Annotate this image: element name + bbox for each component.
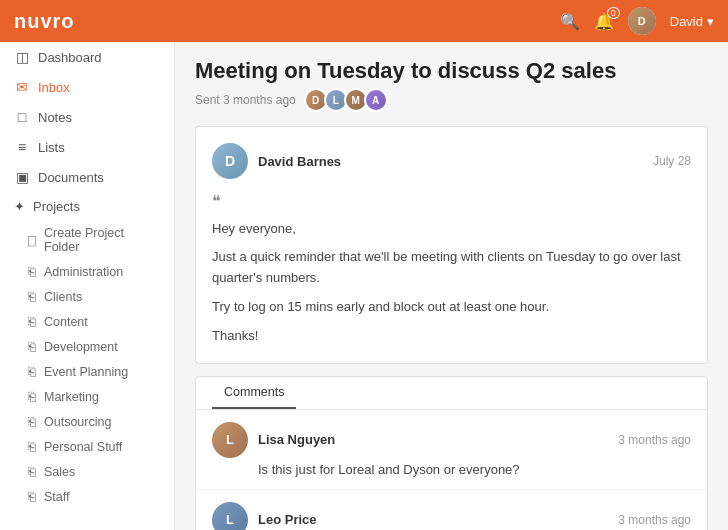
message-line1: Just a quick reminder that we'll be meet… [212,247,691,289]
documents-icon: ▣ [14,169,30,185]
folder-label: Sales [44,465,75,479]
folder-label: Staff [44,490,69,504]
sidebar: ◫ Dashboard ✉ Inbox □ Notes ≡ Lists ▣ Do… [0,42,175,530]
folder-label: Outsourcing [44,415,111,429]
author-avatar: D [212,143,248,179]
sidebar-item-lists[interactable]: ≡ Lists [0,132,174,162]
folder-label: Marketing [44,390,99,404]
tab-comments[interactable]: Comments [212,377,296,409]
folder-label: Administration [44,265,123,279]
sidebar-folder-staff[interactable]: ⎗ Staff [0,484,174,509]
sidebar-folder-event-planning[interactable]: ⎗ Event Planning [0,359,174,384]
sidebar-item-inbox[interactable]: ✉ Inbox [0,72,174,102]
notes-icon: □ [14,109,30,125]
comment-date: 3 months ago [618,513,691,527]
sidebar-folder-development[interactable]: ⎗ Development [0,334,174,359]
sidebar-item-dashboard[interactable]: ◫ Dashboard [0,42,174,72]
folder-label: Event Planning [44,365,128,379]
comments-section: Comments L Lisa Nguyen 3 months ago Is t… [195,376,708,530]
folder-icon: ⎗ [28,364,36,379]
quote-icon: ❝ [212,189,691,215]
sidebar-create-folder-label: Create Project Folder [44,226,160,254]
folder-icon: ⎗ [28,339,36,354]
sidebar-create-folder[interactable]: ⎕ Create Project Folder [0,221,174,259]
sidebar-label-notes: Notes [38,110,72,125]
author-name: David Barnes [258,154,341,169]
sidebar-item-documents[interactable]: ▣ Documents [0,162,174,192]
folder-icon: ⎗ [28,314,36,329]
folder-icon: ⎗ [28,414,36,429]
sidebar-projects-header[interactable]: ✦ Projects [0,192,174,221]
main-content: Meeting on Tuesday to discuss Q2 sales S… [175,42,728,530]
sidebar-item-notes[interactable]: □ Notes [0,102,174,132]
folder-icon: ⎗ [28,464,36,479]
commenter-name: Leo Price [258,512,317,527]
folder-add-icon: ⎕ [28,233,36,248]
sidebar-folder-sales[interactable]: ⎗ Sales [0,459,174,484]
folder-icon: ⎗ [28,439,36,454]
avatar: A [364,88,388,112]
comment-author: L Leo Price [212,502,317,530]
comment-header: L Leo Price 3 months ago [212,502,691,530]
commenter-avatar: L [212,422,248,458]
header-right: 🔍 🔔 0 D David ▾ [560,7,714,35]
inbox-icon: ✉ [14,79,30,95]
folder-icon: ⎗ [28,264,36,279]
sidebar-projects-label: Projects [33,199,80,214]
message-date: July 28 [653,154,691,168]
message-card: D David Barnes July 28 ❝ Hey everyone, J… [195,126,708,364]
page-title: Meeting on Tuesday to discuss Q2 sales [195,58,708,84]
folder-label: Content [44,315,88,329]
folder-icon: ⎗ [28,289,36,304]
sidebar-label-dashboard: Dashboard [38,50,102,65]
sidebar-folder-clients[interactable]: ⎗ Clients [0,284,174,309]
chevron-down-icon: ▾ [707,14,714,29]
lists-icon: ≡ [14,139,30,155]
message-header: D David Barnes July 28 [212,143,691,179]
page-meta: Sent 3 months ago D L M A [195,88,708,112]
folder-label: Clients [44,290,82,304]
message-body: ❝ Hey everyone, Just a quick reminder th… [212,189,691,347]
comments-tab-bar: Comments [196,377,707,410]
projects-icon: ✦ [14,199,25,214]
commenter-avatar: L [212,502,248,530]
sidebar-label-inbox: Inbox [38,80,70,95]
comment-author: L Lisa Nguyen [212,422,335,458]
folder-label: Development [44,340,118,354]
folder-icon: ⎗ [28,489,36,504]
sidebar-folder-administration[interactable]: ⎗ Administration [0,259,174,284]
user-name: David [670,14,703,29]
message-line2: Try to log on 15 mins early and block ou… [212,297,691,318]
comment-date: 3 months ago [618,433,691,447]
sidebar-folder-marketing[interactable]: ⎗ Marketing [0,384,174,409]
message-greeting: Hey everyone, [212,219,691,240]
notification-count: 0 [607,7,620,19]
search-icon[interactable]: 🔍 [560,12,580,31]
message-author: D David Barnes [212,143,341,179]
folder-icon: ⎗ [28,389,36,404]
sidebar-label-documents: Documents [38,170,104,185]
message-line3: Thanks! [212,326,691,347]
comment-text: Is this just for Loreal and Dyson or eve… [212,462,691,477]
sidebar-label-lists: Lists [38,140,65,155]
sidebar-folder-content[interactable]: ⎗ Content [0,309,174,334]
comment-item: L Leo Price 3 months ago This is for eve… [196,490,707,530]
notification-bell[interactable]: 🔔 0 [594,12,614,31]
comment-header: L Lisa Nguyen 3 months ago [212,422,691,458]
recipient-avatars: D L M A [304,88,388,112]
sidebar-folder-outsourcing[interactable]: ⎗ Outsourcing [0,409,174,434]
user-menu[interactable]: David ▾ [670,14,714,29]
sent-date: Sent 3 months ago [195,93,296,107]
sidebar-folder-personal[interactable]: ⎗ Personal Stuff [0,434,174,459]
avatar[interactable]: D [628,7,656,35]
app-logo: nuvro [14,10,75,33]
comment-item: L Lisa Nguyen 3 months ago Is this just … [196,410,707,490]
main-layout: ◫ Dashboard ✉ Inbox □ Notes ≡ Lists ▣ Do… [0,42,728,530]
folder-label: Personal Stuff [44,440,122,454]
commenter-name: Lisa Nguyen [258,432,335,447]
app-header: nuvro 🔍 🔔 0 D David ▾ [0,0,728,42]
dashboard-icon: ◫ [14,49,30,65]
